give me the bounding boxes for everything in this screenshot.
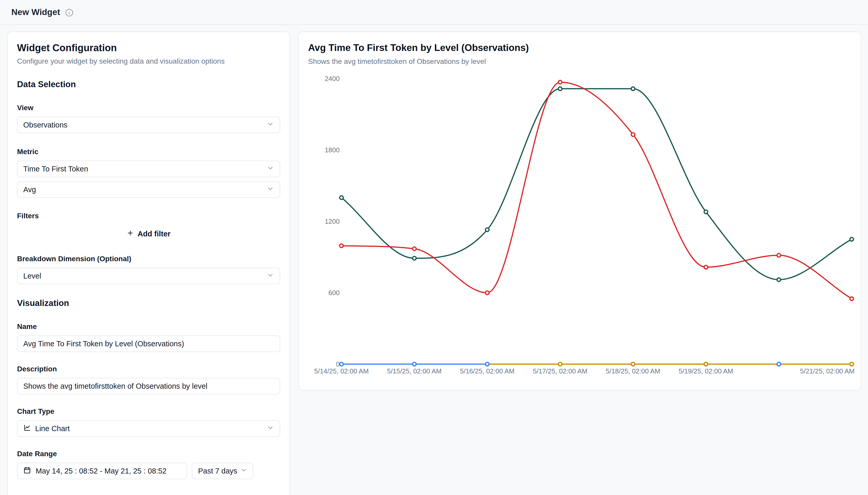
point-series-red	[777, 253, 781, 257]
x-axis-tick: 5/15/25, 02:00 AM	[387, 367, 442, 375]
point-series-red	[558, 81, 562, 84]
chevron-down-icon	[267, 185, 274, 194]
add-filter-label: Add filter	[138, 230, 170, 238]
add-filter-button[interactable]: Add filter	[17, 226, 280, 242]
line-chart-icon	[23, 424, 31, 433]
description-input[interactable]	[17, 378, 280, 394]
point-series-blue	[777, 362, 781, 366]
description-label: Description	[17, 365, 280, 373]
aggregation-select-value: Avg	[23, 185, 36, 194]
x-axis-tick: 5/16/25, 02:00 AM	[460, 367, 514, 375]
metric-select[interactable]: Time To First Token	[17, 160, 280, 177]
page-title: New Widget	[11, 7, 60, 17]
point-series-gold	[704, 362, 708, 366]
y-axis-tick: 1800	[325, 146, 340, 154]
date-preset-value: Past 7 days	[198, 467, 237, 475]
date-range-label: Date Range	[17, 450, 280, 458]
date-range-button[interactable]: May 14, 25 : 08:52 - May 21, 25 : 08:52	[17, 463, 187, 479]
plus-icon	[127, 229, 134, 238]
view-select[interactable]: Observations	[17, 117, 280, 133]
name-input[interactable]	[17, 336, 280, 352]
view-select-value: Observations	[23, 121, 68, 129]
widget-configuration-panel: Widget Configuration Configure your widg…	[7, 32, 290, 495]
chart-type-label: Chart Type	[17, 407, 280, 415]
x-axis-tick: 5/21/25, 02:00 AM	[800, 367, 854, 375]
x-axis-tick: 5/18/25, 02:00 AM	[606, 367, 660, 375]
breakdown-select-value: Level	[23, 272, 41, 280]
calendar-icon	[23, 466, 31, 476]
point-series-teal	[412, 257, 416, 260]
breakdown-label: Breakdown Dimension (Optional)	[17, 255, 280, 263]
filters-label: Filters	[17, 212, 280, 220]
line-chart-canvas: 06001200180024005/14/25, 02:00 AM5/15/25…	[299, 32, 861, 390]
breakdown-select[interactable]: Level	[17, 268, 280, 284]
point-series-teal	[777, 278, 781, 281]
point-series-teal	[485, 228, 489, 232]
config-title: Widget Configuration	[17, 42, 280, 53]
aggregation-select[interactable]: Avg	[17, 181, 280, 198]
date-preset-select[interactable]: Past 7 days	[192, 463, 253, 479]
point-series-blue	[340, 362, 343, 366]
metric-select-value: Time To First Token	[23, 165, 88, 173]
view-label: View	[17, 104, 280, 112]
widget-preview-panel: Avg Time To First Token by Level (Observ…	[298, 32, 861, 391]
name-label: Name	[17, 323, 280, 331]
info-icon[interactable]	[65, 8, 74, 17]
point-series-red	[412, 247, 416, 251]
y-axis-tick: 600	[329, 289, 340, 297]
visualization-heading: Visualization	[17, 298, 280, 308]
date-range-value: May 14, 25 : 08:52 - May 21, 25 : 08:52	[36, 467, 166, 475]
x-axis-tick: 5/17/25, 02:00 AM	[533, 367, 587, 375]
point-series-gold	[558, 362, 562, 366]
point-series-red	[704, 265, 708, 269]
point-series-red	[850, 297, 853, 301]
chart-type-select-value: Line Chart	[35, 424, 70, 433]
point-series-red	[485, 291, 489, 294]
chevron-down-icon	[267, 424, 274, 433]
data-selection-heading: Data Selection	[17, 80, 280, 89]
point-series-teal	[850, 237, 853, 241]
point-series-teal	[704, 210, 708, 214]
y-axis-tick: 2400	[325, 75, 340, 83]
point-series-red	[340, 244, 343, 248]
top-bar: New Widget	[0, 0, 868, 25]
point-series-teal	[631, 87, 635, 90]
line-series-red	[341, 82, 852, 299]
line-series-teal	[341, 89, 852, 279]
chevron-down-icon	[267, 120, 274, 130]
point-series-teal	[558, 87, 562, 90]
point-series-gold	[631, 362, 635, 366]
content-area: Widget Configuration Configure your widg…	[0, 25, 868, 495]
chart-type-select[interactable]: Line Chart	[17, 420, 280, 437]
point-series-red	[631, 133, 635, 136]
chevron-down-icon	[241, 467, 247, 475]
point-series-blue	[412, 362, 416, 366]
chevron-down-icon	[267, 272, 274, 280]
point-series-blue	[485, 362, 489, 366]
metric-label: Metric	[17, 148, 280, 156]
point-series-gold	[850, 362, 853, 366]
chevron-down-icon	[267, 165, 274, 173]
x-axis-tick: 5/19/25, 02:00 AM	[678, 367, 733, 375]
point-series-teal	[340, 196, 343, 200]
x-axis-tick: 5/14/25, 02:00 AM	[314, 367, 369, 375]
config-subtitle: Configure your widget by selecting data …	[17, 57, 280, 65]
y-axis-tick: 1200	[325, 218, 340, 225]
